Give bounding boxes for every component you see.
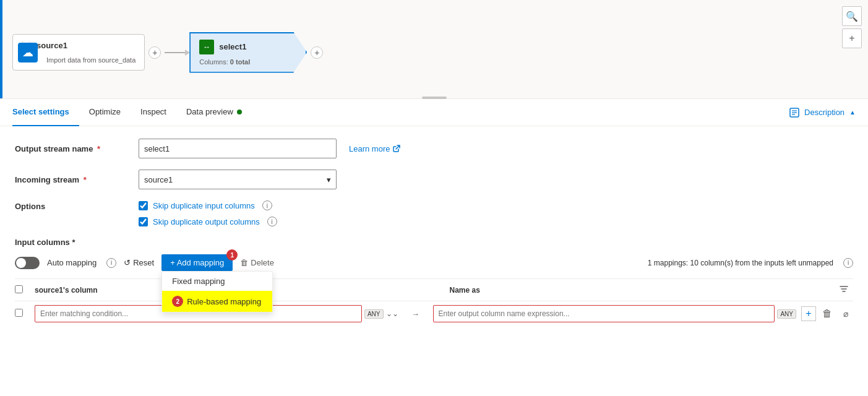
zoom-in-button[interactable]: +	[842, 28, 862, 48]
output-expression-col: ANY	[433, 305, 797, 322]
source-db-icon: ☁	[18, 43, 38, 62]
skip-dup-input-info[interactable]: i	[262, 200, 272, 210]
chevron-down-icon: ▾	[327, 175, 331, 184]
source-node-description: Import data from source_data	[46, 56, 135, 64]
tab-optimize[interactable]: Optimize	[79, 99, 131, 126]
auto-mapping-label: Auto mapping	[47, 258, 97, 267]
options-checks: Skip duplicate input columns i Skip dupl…	[139, 200, 277, 226]
add-mapping-button[interactable]: 1 + Add mapping	[161, 254, 233, 271]
collapse-handle[interactable]	[422, 97, 447, 99]
filter-icon[interactable]	[835, 284, 853, 296]
mapping-table: source1's column Name as ANY ⌄⌄	[15, 278, 853, 326]
skip-dup-input-row: Skip duplicate input columns i	[139, 200, 277, 210]
mapping-info-icon[interactable]: i	[843, 258, 853, 268]
learn-more-link[interactable]: Learn more	[349, 144, 400, 153]
source-node[interactable]: 📊 source1 ☁ Import data from source_data	[12, 34, 145, 71]
external-link-icon	[393, 145, 400, 152]
incoming-stream-label: Incoming stream *	[15, 175, 139, 184]
skip-dup-output-checkbox[interactable]	[139, 217, 148, 226]
canvas-sidebar: 🔍 +	[842, 6, 862, 48]
tab-inspect[interactable]: Inspect	[131, 99, 176, 126]
select-node[interactable]: ↔ select1 Columns: 0 total	[189, 32, 307, 73]
incoming-stream-required: *	[84, 175, 87, 184]
header-checkbox-col	[15, 285, 30, 295]
tabs-bar: Select settings Optimize Inspect Data pr…	[0, 99, 868, 126]
add-col-button[interactable]: +	[801, 306, 816, 321]
output-stream-input[interactable]	[139, 139, 337, 158]
input-columns-section: Input columns * Auto mapping i ↺ Reset 1…	[15, 238, 853, 326]
chevron-down-small-icon[interactable]: ⌄⌄	[386, 309, 398, 318]
any-badge-left: ANY	[364, 309, 384, 319]
add-mapping-wrapper: 1 + Add mapping Fixed mapping 2 Rule-bas…	[161, 254, 233, 271]
tab-select-settings[interactable]: Select settings	[12, 99, 79, 126]
select-all-checkbox[interactable]	[15, 285, 23, 293]
auto-mapping-toggle[interactable]	[15, 257, 40, 269]
canvas-area: 📊 source1 ☁ Import data from source_data…	[0, 0, 868, 99]
reset-button[interactable]: ↺ Reset	[124, 258, 154, 267]
link-col-button[interactable]: ⌀	[838, 306, 853, 321]
tab-data-preview[interactable]: Data preview	[176, 99, 252, 126]
incoming-stream-select[interactable]: source1 ▾	[139, 170, 337, 189]
add-after-source-button[interactable]: +	[148, 46, 161, 59]
skip-dup-input-checkbox[interactable]	[139, 201, 148, 210]
description-toggle[interactable]: Description ▲	[789, 108, 856, 118]
input-cols-label: Input columns *	[15, 238, 75, 247]
options-row: Options Skip duplicate input columns i S…	[15, 200, 853, 226]
select-node-columns: Columns: 0 total	[199, 58, 281, 66]
skip-dup-output-row: Skip duplicate output columns i	[139, 217, 277, 226]
select-node-wrapper: ↔ select1 Columns: 0 total	[189, 32, 307, 73]
delete-button[interactable]: 🗑 Delete	[240, 258, 274, 267]
output-stream-row: Output stream name * Learn more	[15, 139, 853, 158]
select-node-label: select1	[219, 42, 246, 51]
pipeline-container: 📊 source1 ☁ Import data from source_data…	[12, 32, 327, 73]
data-preview-dot	[237, 110, 242, 114]
mapping-info: 1 mappings: 10 column(s) from the inputs…	[648, 259, 833, 267]
name-as-header: Name as	[450, 286, 830, 295]
row-actions: + 🗑 ⌀	[801, 306, 853, 321]
table-data-row: ANY ⌄⌄ → ANY + 🗑 ⌀	[15, 301, 853, 326]
add-mapping-dropdown: Fixed mapping 2 Rule-based mapping	[161, 271, 273, 312]
rule-based-mapping-option[interactable]: 2 Rule-based mapping	[162, 291, 272, 312]
output-stream-required: *	[97, 144, 100, 153]
row-checkbox[interactable]	[15, 309, 23, 317]
row-checkbox-col	[15, 309, 30, 319]
description-icon	[789, 108, 799, 118]
auto-mapping-info[interactable]: i	[106, 258, 116, 268]
fixed-mapping-option[interactable]: Fixed mapping	[162, 272, 272, 291]
rule-based-badge: 2	[172, 296, 183, 307]
arrow-connector	[165, 52, 189, 53]
options-label: Options	[15, 200, 139, 211]
add-mapping-badge: 1	[226, 249, 238, 260]
mapping-arrow: →	[403, 309, 428, 319]
del-col-button[interactable]: 🗑	[820, 306, 835, 321]
output-expression-input[interactable]	[433, 305, 775, 322]
input-cols-header: Input columns *	[15, 238, 853, 247]
settings-panel: Output stream name * Learn more Incoming…	[0, 126, 868, 338]
any-badge-right: ANY	[777, 309, 796, 319]
incoming-stream-row: Incoming stream * source1 ▾	[15, 170, 853, 189]
delete-icon: 🗑	[240, 258, 248, 267]
source-node-label: source1	[37, 41, 67, 50]
description-collapse-icon: ▲	[849, 109, 856, 116]
add-after-select-button[interactable]: +	[311, 46, 323, 59]
output-stream-label: Output stream name *	[15, 144, 139, 153]
reset-icon: ↺	[124, 258, 131, 267]
skip-dup-output-info[interactable]: i	[267, 217, 277, 226]
table-header-row: source1's column Name as	[15, 279, 853, 301]
search-canvas-button[interactable]: 🔍	[842, 6, 862, 26]
select-node-icon: ↔	[199, 40, 214, 54]
action-bar: Auto mapping i ↺ Reset 1 + Add mapping F…	[15, 254, 853, 271]
